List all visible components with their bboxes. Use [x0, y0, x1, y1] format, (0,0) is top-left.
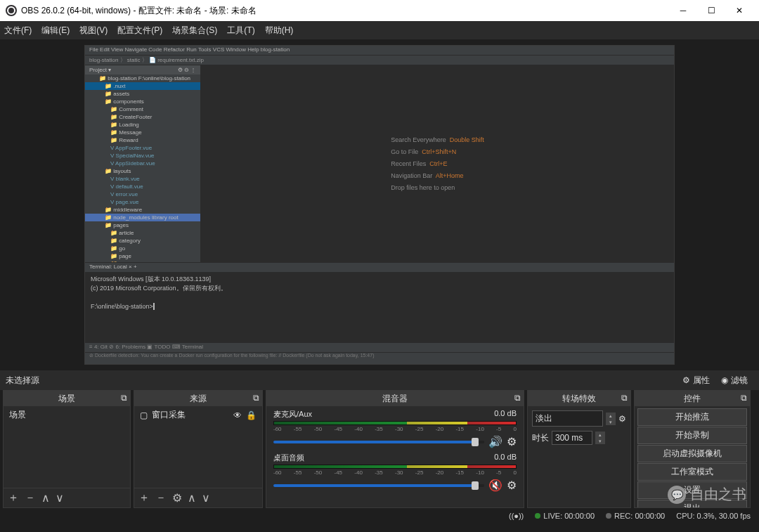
obs-app-icon	[6, 5, 17, 16]
mute-icon[interactable]: 🔇	[488, 479, 502, 492]
window-titlebar: OBS 26.0.2 (64-bit, windows) - 配置文件: 未命名…	[0, 0, 759, 21]
channel-name: 桌面音频	[273, 453, 304, 463]
menubar: 文件(F) 编辑(E) 视图(V) 配置文件(P) 场景集合(S) 工具(T) …	[0, 21, 759, 39]
ide-tree-item: V default.vue	[85, 183, 200, 190]
window-title: OBS 26.0.2 (64-bit, windows) - 配置文件: 未命名…	[21, 5, 669, 17]
scene-up-button[interactable]: ∧	[41, 491, 50, 505]
ide-tree-item: 📁 category	[85, 237, 200, 245]
ide-tree-item: 📁 article	[85, 229, 200, 237]
source-props-button[interactable]: ⚙	[172, 491, 182, 505]
minimize-button[interactable]: ─	[669, 0, 697, 21]
popout-icon[interactable]: ⧉	[621, 393, 628, 403]
menu-scene-collection[interactable]: 场景集合(S)	[172, 25, 217, 37]
ide-tree-item: 📁 go	[85, 245, 200, 252]
ide-tree-item: 📁 assets	[85, 90, 200, 98]
volume-slider[interactable]	[273, 441, 484, 443]
wechat-icon: 💬	[668, 486, 686, 504]
ide-tree-item: V error.vue	[85, 190, 200, 198]
maximize-button[interactable]: ☐	[697, 0, 725, 21]
duration-input[interactable]	[552, 431, 592, 445]
gear-icon: ⚙	[682, 375, 690, 385]
ide-tree-item: 📁 pages	[85, 221, 200, 229]
filters-button[interactable]: ◉滤镜	[715, 373, 753, 388]
channel-settings-icon[interactable]: ⚙	[507, 479, 517, 492]
source-down-button[interactable]: ∨	[202, 491, 210, 505]
ide-tree-item: 📁 page	[85, 252, 200, 260]
source-toolbar: 未选择源 ⚙属性 ◉滤镜	[0, 370, 759, 390]
ide-tree-item: 📁 CreateFooter	[85, 113, 200, 121]
sources-title: 来源	[190, 393, 207, 405]
ide-tree-item: V page.vue	[85, 198, 200, 206]
transitions-title: 转场特效	[562, 393, 596, 405]
mixer-panel: 混音器⧉ 麦克风/Aux0.0 dB -60-55-50-45-40-35-30…	[266, 390, 524, 508]
scenes-panel: 场景⧉ 场景 ＋ － ∧ ∨	[3, 390, 131, 508]
menu-edit[interactable]: 编辑(E)	[41, 25, 70, 37]
ide-tree-item: V AppFooter.vue	[85, 144, 200, 152]
scene-down-button[interactable]: ∨	[56, 491, 64, 505]
menu-file[interactable]: 文件(F)	[4, 25, 32, 37]
ide-tree-item: V SpecialNav.vue	[85, 152, 200, 160]
speaker-icon[interactable]: 🔊	[488, 435, 502, 448]
transition-settings-icon[interactable]: ⚙	[618, 414, 626, 424]
ide-tree-item: 📁 layouts	[85, 167, 200, 175]
popout-icon[interactable]: ⧉	[121, 393, 127, 403]
ide-tree-item: 📁 Message	[85, 129, 200, 136]
transition-select[interactable]: 淡出	[532, 410, 603, 427]
studio-mode-button[interactable]: 工作室模式	[637, 463, 747, 481]
live-dot-icon	[535, 513, 540, 519]
cpu-stats: CPU: 0.3%, 30.00 fps	[676, 512, 751, 520]
ide-tree-item: 📁 blog-station F:\online\blog-station	[85, 74, 200, 82]
no-source-label: 未选择源	[6, 375, 677, 387]
popout-icon[interactable]: ⧉	[741, 393, 747, 403]
ide-tree-item: 📁 node_modules library root	[85, 214, 200, 221]
duration-spinner[interactable]: ▴▾	[595, 432, 605, 444]
add-scene-button[interactable]: ＋	[8, 491, 19, 505]
source-up-button[interactable]: ∧	[188, 491, 196, 505]
window-icon: ▢	[140, 410, 148, 420]
ide-tree-item: 📁 Reward	[85, 136, 200, 144]
ide-tree-item: 📁 components	[85, 98, 200, 105]
properties-button[interactable]: ⚙属性	[677, 373, 715, 388]
controls-title: 控件	[684, 393, 701, 405]
ide-tree-item: 📁 middleware	[85, 206, 200, 214]
duration-label: 时长	[532, 432, 549, 444]
ide-statusbar: ⊘ Dockerfile detection: You can create a…	[85, 352, 674, 361]
docks-row: 场景⧉ 场景 ＋ － ∧ ∨ 来源⧉ ▢ 窗口采集 👁 🔒 ＋ － ⚙ ∧	[0, 390, 759, 508]
visibility-icon[interactable]: 👁	[233, 410, 242, 420]
menu-profile[interactable]: 配置文件(P)	[117, 25, 162, 37]
popout-icon[interactable]: ⧉	[253, 393, 259, 403]
transition-spinner[interactable]: ▴▾	[606, 413, 616, 425]
lock-icon[interactable]: 🔒	[246, 410, 257, 420]
menu-tools[interactable]: 工具(T)	[227, 25, 254, 37]
ide-tree-item: 📁 Comment	[85, 105, 200, 113]
mixer-title: 混音器	[382, 393, 408, 405]
preview-canvas[interactable]: File Edit View Navigate Code Refactor Ru…	[84, 45, 675, 365]
remove-scene-button[interactable]: －	[25, 491, 36, 505]
source-label: 窗口采集	[152, 409, 186, 421]
channel-db: 0.0 dB	[494, 409, 517, 420]
start-stream-button[interactable]: 开始推流	[637, 408, 747, 426]
remove-source-button[interactable]: －	[155, 491, 167, 505]
mixer-channel-desktop: 桌面音频0.0 dB -60-55-50-45-40-35-30-25-20-1…	[266, 450, 524, 493]
ide-bottom-toolbar: ≡ 4: Git ⊘ 6: Problems ▣ TODO ⌨ Terminal	[85, 342, 674, 352]
source-item[interactable]: ▢ 窗口采集 👁 🔒	[134, 406, 262, 424]
ide-menubar: File Edit View Navigate Code Refactor Ru…	[85, 46, 674, 56]
mixer-channel-mic: 麦克风/Aux0.0 dB -60-55-50-45-40-35-30-25-2…	[266, 406, 524, 450]
add-source-button[interactable]: ＋	[138, 491, 150, 505]
menu-help[interactable]: 帮助(H)	[265, 25, 294, 37]
rec-dot-icon	[606, 513, 611, 519]
virtual-cam-button[interactable]: 启动虚拟摄像机	[637, 445, 747, 462]
popout-icon[interactable]: ⧉	[514, 393, 521, 403]
captured-ide-window: File Edit View Navigate Code Refactor Ru…	[85, 46, 674, 364]
channel-settings-icon[interactable]: ⚙	[507, 435, 517, 448]
start-record-button[interactable]: 开始录制	[637, 427, 747, 444]
menu-view[interactable]: 视图(V)	[79, 25, 108, 37]
scenes-title: 场景	[58, 393, 75, 405]
volume-slider[interactable]	[273, 484, 484, 487]
preview-area: File Edit View Navigate Code Refactor Ru…	[0, 39, 759, 370]
level-meter	[273, 421, 517, 425]
scene-item[interactable]: 场景	[4, 406, 130, 424]
live-time: LIVE: 00:00:00	[543, 512, 595, 520]
ide-breadcrumb: blog-station 〉 static 〉 📄 requirement.tx…	[85, 56, 674, 65]
close-button[interactable]: ✕	[725, 0, 753, 21]
